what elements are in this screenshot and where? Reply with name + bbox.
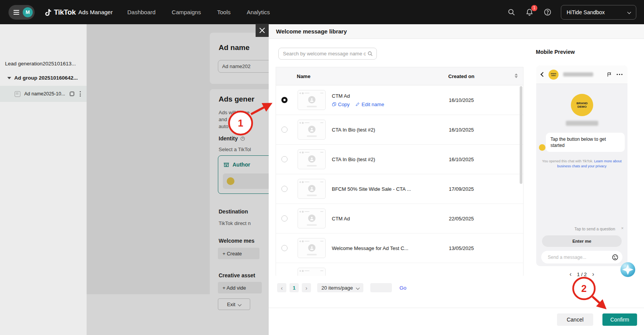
main-menu-button[interactable]: M (8, 5, 35, 20)
copy-icon (332, 102, 336, 107)
page-size-label: 20 items/page (321, 285, 353, 291)
radio-unselected[interactable] (281, 215, 288, 222)
radio-unselected[interactable] (281, 186, 288, 192)
preview-prev-icon[interactable]: ‹ (570, 271, 572, 278)
brand-avatar-large: BRANDDEMO (571, 94, 593, 116)
more-options-icon[interactable] (617, 74, 623, 75)
blurred-username (563, 72, 593, 77)
sort-icon[interactable] (515, 73, 518, 78)
message-name: CTM Ad (332, 216, 350, 222)
sidebar-campaign-name[interactable]: Lead generation2025101613... (5, 61, 84, 67)
table-row[interactable]: Welcome Message for Ad Test C... 13/05/2… (276, 233, 523, 263)
sidebar-ad-group[interactable]: Ad group 202510160642... (7, 75, 78, 81)
message-name: BFCM 50% Site Wide Sale - CTA ... (332, 186, 411, 192)
table-body: CTM Ad Copy Edit name (276, 85, 523, 276)
current-page-button[interactable]: 1 (289, 283, 299, 292)
pencil-icon (355, 102, 360, 107)
assistant-spark-icon[interactable] (619, 261, 636, 278)
modal-dim-overlay (87, 24, 269, 335)
go-to-page-input[interactable] (370, 283, 392, 292)
confirm-button[interactable]: Confirm (602, 313, 637, 326)
modal-title: Welcome message library (269, 24, 644, 39)
column-header-created-on: Created on (400, 73, 523, 79)
message-name: CTA In Bio (test #2) (332, 157, 375, 162)
caret-down-icon[interactable] (7, 77, 11, 79)
emoji-smiley-icon[interactable] (612, 254, 619, 261)
brand-avatar: BRANDDEMO (549, 70, 559, 80)
learn-more-link[interactable]: Learn more about (594, 159, 622, 163)
close-modal-button[interactable] (256, 24, 269, 37)
message-input-bar (541, 251, 622, 263)
brand-name: TikTok (54, 8, 75, 17)
tiktok-ads-manager-page: M TikTok Ads Manager Dashboard Campaigns… (0, 0, 644, 335)
search-input[interactable] (279, 51, 367, 57)
radio-selected[interactable] (281, 97, 288, 103)
welcome-message-bubble: Tap the button below to get started (546, 133, 625, 152)
radio-unselected[interactable] (281, 245, 288, 251)
help-icon[interactable] (543, 8, 552, 17)
privacy-link[interactable]: business chats and your privacy (539, 164, 624, 169)
copy-icon[interactable] (70, 92, 74, 96)
radio-unselected[interactable] (281, 156, 288, 162)
table-row[interactable]: BFCM 50% Site Wide Sale - CTA ... 17/09/… (276, 174, 523, 204)
pagination: ‹ 1 › 20 items/page Go (277, 283, 406, 292)
cancel-button[interactable]: Cancel (557, 313, 593, 326)
hamburger-icon (13, 10, 19, 15)
account-selector[interactable]: HiTide Sandbox (561, 5, 636, 20)
welcome-message-library-modal: Welcome message library Name Created on (269, 24, 644, 335)
table-header: Name Created on (276, 67, 523, 85)
nav-campaigns[interactable]: Campaigns (172, 9, 201, 15)
created-on-date: 17/09/2025 (400, 186, 523, 192)
chevron-down-icon (356, 286, 360, 290)
created-on-date: 16/10/2025 (400, 127, 523, 133)
sidebar-ad-group-name: Ad group 202510160642... (14, 75, 78, 81)
campaign-tree-sidebar: Lead generation2025101613... Ad group 20… (0, 24, 87, 335)
kebab-icon[interactable] (78, 90, 82, 98)
table-scrollbar[interactable] (520, 86, 522, 184)
ad-document-icon (15, 91, 20, 97)
person-icon (308, 215, 315, 222)
back-arrow-icon[interactable] (540, 72, 545, 77)
message-thumbnail (298, 179, 326, 199)
message-input[interactable] (541, 254, 612, 260)
search-icon[interactable] (507, 8, 516, 17)
table-row[interactable]: CTA In Bio (test #2) 16/10/2025 (276, 145, 523, 174)
edit-name-link[interactable]: Edit name (355, 102, 384, 107)
notifications-bell-icon[interactable]: 1 (525, 8, 534, 17)
brand-avatar-mini (539, 144, 545, 151)
table-row[interactable]: CTM Ad Copy Edit name (276, 85, 523, 115)
radio-unselected[interactable] (281, 127, 288, 133)
flag-icon[interactable] (607, 72, 612, 77)
question-hint: Tap to send a question (574, 227, 615, 231)
nav-analytics[interactable]: Analytics (247, 9, 270, 15)
table-row-partial[interactable] (276, 263, 523, 276)
nav-dashboard[interactable]: Dashboard (127, 9, 156, 15)
next-page-button[interactable]: › (302, 283, 311, 292)
top-navigation-bar: M TikTok Ads Manager Dashboard Campaigns… (0, 0, 644, 24)
tiktok-note-icon (44, 8, 52, 17)
created-on-date: 16/10/2025 (400, 157, 523, 162)
brand-suffix: Ads Manager (78, 9, 112, 15)
cta-button[interactable]: Enter me (542, 235, 622, 247)
dismiss-hint-icon[interactable]: × (621, 226, 624, 230)
page-size-selector[interactable]: 20 items/page (317, 283, 363, 292)
copy-link[interactable]: Copy (332, 102, 350, 107)
preview-next-icon[interactable]: › (592, 271, 594, 278)
sidebar-ad-item-selected[interactable]: Ad name2025-10... (0, 86, 87, 102)
chevron-down-icon (627, 10, 631, 14)
chat-body: BRANDDEMO Tap the button below to get st… (536, 84, 627, 266)
message-thumbnail (298, 120, 326, 140)
search-box[interactable] (278, 48, 377, 60)
blurred-brand-name (566, 121, 598, 126)
created-on-date: 16/10/2025 (400, 97, 523, 103)
column-header-name: Name (293, 73, 400, 79)
table-row[interactable]: CTM Ad 22/05/2025 (276, 204, 523, 233)
avatar[interactable]: M (23, 7, 33, 17)
go-button[interactable]: Go (400, 285, 406, 291)
search-icon[interactable] (367, 51, 373, 57)
sidebar-ad-name: Ad name2025-10... (24, 91, 65, 97)
table-row[interactable]: CTA In Bio (test #2) 16/10/2025 (276, 115, 523, 145)
message-name: CTM Ad (332, 93, 384, 99)
nav-tools[interactable]: Tools (217, 9, 231, 15)
prev-page-button[interactable]: ‹ (277, 283, 286, 292)
